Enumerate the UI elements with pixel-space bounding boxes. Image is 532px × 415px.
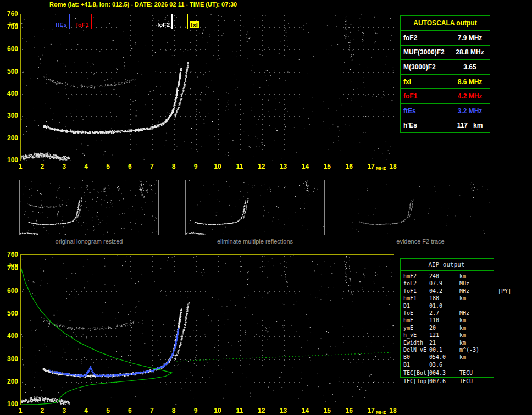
thumbnail-caption-evidence: evidence F2 trace bbox=[351, 238, 490, 245]
main-y-tick: 200 bbox=[1, 134, 18, 142]
header-title: Rome (lat: +41.8, lon: 012.5) - DATE: 20… bbox=[49, 1, 237, 8]
autoscala-row: ftEs3.2 MHz bbox=[401, 104, 490, 119]
aip-param: h_vE bbox=[403, 331, 417, 339]
ionogram-canvas bbox=[21, 14, 394, 161]
autoscala-row: foF14.2 MHz bbox=[401, 89, 490, 104]
main-x-tick: 5 bbox=[106, 163, 110, 170]
aip-row: TEC[Bot]004.3TECU bbox=[403, 369, 532, 377]
aip-row: B103.6 bbox=[403, 361, 532, 368]
marker-fxi-label: fxI bbox=[190, 21, 199, 28]
autoscala-row-value: 7.9 MHz bbox=[450, 31, 490, 45]
main-x-tick: 13 bbox=[280, 163, 287, 170]
aip-row: TEC[Top]007.6TECU bbox=[403, 378, 532, 385]
aip-param: foF1 bbox=[403, 287, 417, 295]
aip-unit: km bbox=[459, 339, 466, 346]
autoscala-row-value: 117 km bbox=[450, 118, 490, 132]
main-x-tick: 1 bbox=[19, 163, 23, 170]
aip-param: B0 bbox=[403, 353, 410, 361]
aip-unit: TECU bbox=[459, 369, 473, 377]
main-x-tick: 9 bbox=[194, 163, 198, 170]
aip-unit: km bbox=[459, 295, 466, 302]
aip-x-tick: 18 bbox=[389, 407, 396, 414]
autoscala-row: MUF(3000)F228.8 MHz bbox=[401, 46, 490, 60]
aip-row: foF104.2MHz[PY] bbox=[403, 287, 532, 295]
aip-value: 03.6 bbox=[429, 361, 442, 368]
main-y-tick: 400 bbox=[1, 90, 18, 97]
thumbnail-evidence-f2 bbox=[351, 180, 490, 235]
autoscala-row-label: foF1 bbox=[401, 89, 450, 103]
aip-value: 110 bbox=[429, 317, 439, 324]
autoscala-row-label: foF2 bbox=[401, 31, 450, 45]
aip-value: 07.9 bbox=[429, 280, 442, 287]
marker-fof2-label: foF2 bbox=[157, 21, 170, 28]
aip-row: hmF1188km bbox=[403, 295, 532, 302]
aip-x-tick: 1 bbox=[19, 407, 23, 414]
aip-row: B0054.0km bbox=[403, 353, 532, 361]
aip-param: foE bbox=[403, 309, 413, 317]
autoscala-row: fxI8.6 MHz bbox=[401, 75, 490, 90]
aip-x-tick: 2 bbox=[41, 407, 45, 414]
aip-x-tick: 15 bbox=[324, 407, 331, 414]
main-y-tick: 300 bbox=[1, 112, 18, 119]
aip-param: DelN_vE bbox=[403, 346, 426, 353]
main-x-tick: 17 bbox=[367, 163, 374, 170]
aip-row: D101.0 bbox=[403, 302, 532, 309]
aip-param: ymE bbox=[403, 324, 413, 331]
aip-value: 00.1 bbox=[429, 346, 442, 353]
aip-row: hmF2240km bbox=[403, 273, 532, 280]
main-x-tick: 16 bbox=[346, 163, 353, 170]
autoscala-table-title: AUTOSCALA output bbox=[401, 16, 490, 31]
main-y-tick: 760 bbox=[1, 10, 18, 18]
aip-row: DelN_vE00.1m^(-3) bbox=[403, 346, 532, 353]
main-y-tick: 600 bbox=[1, 45, 18, 53]
aip-unit: km bbox=[459, 317, 466, 324]
aip-value: 20 bbox=[429, 324, 436, 331]
aip-x-tick: 4 bbox=[84, 407, 88, 414]
aip-y-tick: 300 bbox=[1, 355, 18, 363]
main-y-tick: 500 bbox=[1, 68, 18, 75]
main-x-tick: 6 bbox=[128, 163, 132, 170]
aip-param: hmF2 bbox=[403, 273, 417, 280]
autoscala-row-value: 3.2 MHz bbox=[450, 104, 490, 118]
thumbnail-eliminate-canvas bbox=[186, 180, 324, 235]
autoscala-row: h'Es117 km bbox=[401, 118, 490, 132]
aip-y-tick: 200 bbox=[1, 378, 18, 385]
main-x-tick: 14 bbox=[302, 163, 309, 170]
aip-row: Ewidth21km bbox=[403, 339, 532, 346]
aip-param: foF2 bbox=[403, 280, 417, 287]
marker-fof1-label: foF1 bbox=[76, 21, 88, 28]
aip-value: 21 bbox=[429, 339, 436, 346]
thumbnail-original-ionogram bbox=[19, 180, 159, 235]
aip-ionogram-canvas bbox=[21, 255, 394, 405]
thumbnail-original-canvas bbox=[20, 180, 158, 235]
aip-x-tick: 9 bbox=[194, 407, 198, 414]
autoscala-row-label: M(3000)F2 bbox=[401, 60, 450, 74]
main-y-tick: 100 bbox=[1, 156, 18, 164]
main-x-tick: 12 bbox=[258, 163, 265, 170]
autoscala-row-label: MUF(3000)F2 bbox=[401, 46, 450, 60]
aip-y-tick: 760 bbox=[1, 251, 18, 258]
autoscala-row-value: 4.2 MHz bbox=[450, 89, 490, 103]
aip-x-tick: 14 bbox=[302, 407, 309, 414]
autoscala-row-value: 8.6 MHz bbox=[450, 75, 490, 89]
aip-row: foF207.9MHz bbox=[403, 280, 532, 287]
aip-unit: MHz bbox=[459, 287, 469, 295]
autoscala-row-label: fxI bbox=[401, 75, 450, 89]
aip-tec-bot-row: TEC[Bot]004.3TECU bbox=[403, 369, 532, 377]
aip-value: 054.0 bbox=[429, 353, 446, 361]
main-x-tick: 11 bbox=[236, 163, 243, 170]
aip-y-tick: 100 bbox=[1, 400, 18, 408]
aip-value: 121 bbox=[429, 331, 439, 339]
aip-unit: km bbox=[459, 331, 466, 339]
autoscala-table-rows: foF27.9 MHzMUF(3000)F228.8 MHzM(3000)F23… bbox=[401, 31, 490, 132]
autoscala-row-value: 3.65 bbox=[450, 60, 490, 74]
aip-x-tick: 8 bbox=[172, 407, 176, 414]
aip-value: 007.6 bbox=[429, 378, 446, 385]
aip-value: 188 bbox=[429, 295, 439, 302]
ionogram-plot: ftEsfoF1foF2fxI bbox=[20, 14, 394, 161]
aip-table-title: AIP output bbox=[400, 261, 493, 268]
marker-ftes-line bbox=[69, 14, 70, 29]
aip-param: hmF1 bbox=[403, 295, 417, 302]
marker-fof2-line bbox=[171, 14, 173, 29]
aip-value: 004.3 bbox=[429, 369, 446, 377]
